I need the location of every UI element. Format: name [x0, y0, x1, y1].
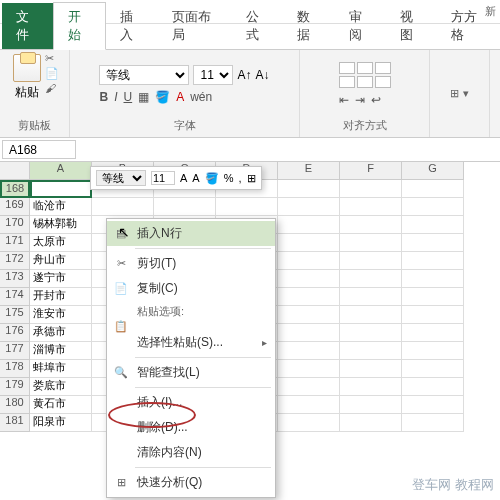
cell[interactable]: [340, 270, 402, 288]
cell[interactable]: [402, 252, 464, 270]
col-header-f[interactable]: F: [340, 162, 402, 180]
alignment-buttons[interactable]: [339, 62, 391, 88]
cell[interactable]: 淄博市: [30, 342, 92, 360]
cell[interactable]: [278, 270, 340, 288]
mini-comma-icon[interactable]: ,: [238, 172, 241, 184]
menu-paste-special[interactable]: 选择性粘贴(S)...: [107, 330, 275, 355]
cell[interactable]: [278, 234, 340, 252]
cell[interactable]: [340, 288, 402, 306]
mini-decrease-font-icon[interactable]: A: [192, 172, 199, 184]
row-header[interactable]: 177: [0, 342, 30, 360]
increase-indent-icon[interactable]: ⇥: [355, 93, 365, 107]
mini-fill-icon[interactable]: 🪣: [205, 172, 219, 185]
cell[interactable]: [340, 360, 402, 378]
mini-format-icon[interactable]: ⊞: [247, 172, 256, 185]
tab-square[interactable]: 方方格: [437, 3, 500, 49]
cell[interactable]: [278, 396, 340, 414]
row-header[interactable]: 175: [0, 306, 30, 324]
cell[interactable]: [278, 378, 340, 396]
cell[interactable]: [340, 324, 402, 342]
cell[interactable]: [340, 180, 402, 198]
cell[interactable]: [154, 198, 216, 216]
cell[interactable]: [402, 234, 464, 252]
row-header[interactable]: 170: [0, 216, 30, 234]
row-header[interactable]: 178: [0, 360, 30, 378]
menu-quick-analysis[interactable]: ⊞快速分析(Q): [107, 470, 275, 495]
cell[interactable]: [340, 396, 402, 414]
row-header[interactable]: 179: [0, 378, 30, 396]
cell[interactable]: 太原市: [30, 234, 92, 252]
cell[interactable]: [216, 198, 278, 216]
menu-paste-option[interactable]: 📋: [107, 322, 275, 330]
font-size-select[interactable]: 11: [193, 65, 233, 85]
cell[interactable]: [340, 252, 402, 270]
tab-data[interactable]: 数据: [283, 3, 334, 49]
cell[interactable]: [340, 198, 402, 216]
menu-cut[interactable]: ✂剪切(T): [107, 251, 275, 276]
row-header[interactable]: 171: [0, 234, 30, 252]
mini-font-select[interactable]: 等线: [96, 170, 146, 186]
font-color-icon[interactable]: A: [176, 90, 184, 104]
row-header[interactable]: 173: [0, 270, 30, 288]
tab-layout[interactable]: 页面布局: [158, 3, 232, 49]
cell[interactable]: [278, 414, 340, 432]
cell[interactable]: [402, 180, 464, 198]
cell[interactable]: [340, 306, 402, 324]
menu-delete[interactable]: 删除(D)...: [107, 415, 275, 440]
cell[interactable]: [278, 198, 340, 216]
format-painter-icon[interactable]: 🖌: [45, 82, 59, 94]
menu-copy[interactable]: 📄复制(C): [107, 276, 275, 301]
italic-button[interactable]: I: [114, 90, 117, 104]
paste-button[interactable]: 粘贴: [11, 52, 43, 116]
wrap-text-icon[interactable]: ↩: [371, 93, 381, 107]
tab-formula[interactable]: 公式: [232, 3, 283, 49]
cell[interactable]: 遂宁市: [30, 270, 92, 288]
cell[interactable]: [402, 216, 464, 234]
copy-icon[interactable]: 📄: [45, 67, 59, 80]
tab-insert[interactable]: 插入: [106, 3, 157, 49]
decrease-indent-icon[interactable]: ⇤: [339, 93, 349, 107]
row-header[interactable]: 174: [0, 288, 30, 306]
border-icon[interactable]: ▦: [138, 90, 149, 104]
mini-increase-font-icon[interactable]: A: [180, 172, 187, 184]
cut-icon[interactable]: ✂: [45, 52, 59, 65]
col-header-e[interactable]: E: [278, 162, 340, 180]
cell[interactable]: [278, 216, 340, 234]
cell[interactable]: [278, 306, 340, 324]
cell[interactable]: [340, 234, 402, 252]
decrease-font-icon[interactable]: A↓: [256, 68, 270, 82]
cell[interactable]: 阳泉市: [30, 414, 92, 432]
cell[interactable]: [278, 342, 340, 360]
col-header-a[interactable]: A: [30, 162, 92, 180]
col-header-g[interactable]: G: [402, 162, 464, 180]
phonetic-icon[interactable]: wén: [190, 90, 212, 104]
cell[interactable]: 娄底市: [30, 378, 92, 396]
cell[interactable]: [340, 342, 402, 360]
cell[interactable]: 黄石市: [30, 396, 92, 414]
cell[interactable]: [278, 180, 340, 198]
menu-insert-n-rows[interactable]: ▤插入N行: [107, 221, 275, 246]
cell[interactable]: [278, 324, 340, 342]
cell[interactable]: [402, 396, 464, 414]
fill-color-icon[interactable]: 🪣: [155, 90, 170, 104]
cell[interactable]: [402, 270, 464, 288]
menu-smart-lookup[interactable]: 🔍智能查找(L): [107, 360, 275, 385]
cell[interactable]: [278, 288, 340, 306]
cell[interactable]: [402, 360, 464, 378]
row-header[interactable]: 172: [0, 252, 30, 270]
cell[interactable]: 舟山市: [30, 252, 92, 270]
menu-insert[interactable]: 插入(I)...: [107, 390, 275, 415]
cell[interactable]: 锡林郭勒: [30, 216, 92, 234]
cell[interactable]: [278, 360, 340, 378]
cell[interactable]: [30, 180, 92, 198]
row-header[interactable]: 169: [0, 198, 30, 216]
cell[interactable]: [402, 342, 464, 360]
cell[interactable]: 开封市: [30, 288, 92, 306]
cell[interactable]: [402, 288, 464, 306]
cell[interactable]: [402, 378, 464, 396]
cell[interactable]: 临沧市: [30, 198, 92, 216]
cell[interactable]: [92, 198, 154, 216]
tab-review[interactable]: 审阅: [335, 3, 386, 49]
cell[interactable]: [340, 216, 402, 234]
cell[interactable]: [402, 306, 464, 324]
